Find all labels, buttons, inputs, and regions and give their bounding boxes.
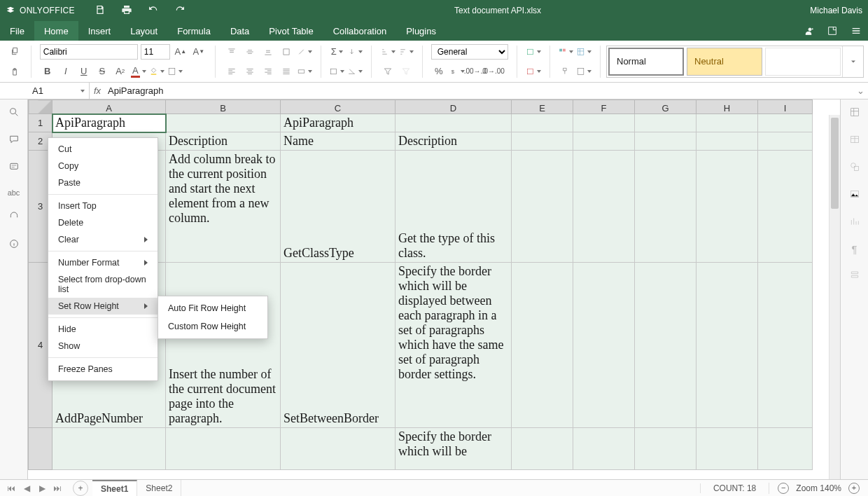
row-header[interactable] (29, 428, 52, 470)
cell-settings-icon[interactable] (849, 106, 860, 120)
select-all-corner[interactable] (29, 100, 52, 114)
cell[interactable] (512, 428, 573, 470)
menu-layout[interactable]: Layout (120, 21, 167, 41)
image-settings-icon[interactable] (849, 188, 860, 202)
cell[interactable] (573, 428, 635, 470)
cell[interactable] (635, 132, 696, 151)
strike-icon[interactable]: S (94, 64, 110, 79)
zoom-in-button[interactable]: + (848, 483, 860, 494)
ctx-insert-top[interactable]: Insert Top (48, 198, 158, 214)
chevron-down-icon[interactable] (80, 90, 85, 92)
cell[interactable] (573, 263, 635, 428)
cell[interactable]: SetBetweenBorder (281, 263, 396, 428)
sheet-tab[interactable]: Sheet1 (92, 480, 137, 497)
print-icon[interactable] (121, 4, 132, 18)
style-blank[interactable] (765, 48, 841, 76)
cell[interactable] (696, 151, 758, 263)
col-header[interactable]: I (758, 100, 813, 114)
insert-cells-icon[interactable] (526, 44, 541, 60)
align-top-icon[interactable] (224, 44, 239, 60)
align-left-icon[interactable] (224, 64, 239, 79)
sort-asc-icon[interactable] (380, 44, 396, 60)
vertical-scrollbar[interactable] (829, 115, 840, 479)
underline-icon[interactable]: U (76, 64, 92, 79)
open-location-icon[interactable] (820, 21, 844, 41)
cell[interactable] (635, 151, 696, 263)
cell[interactable] (758, 114, 813, 132)
sheet-next-icon[interactable]: ▶ (36, 483, 48, 493)
merge-icon[interactable] (297, 64, 312, 79)
style-neutral[interactable]: Neutral (687, 48, 762, 76)
dec-dec-icon[interactable]: .00→.0 (468, 64, 483, 79)
cell[interactable] (166, 114, 281, 132)
cell[interactable]: Description (396, 132, 512, 151)
cell[interactable]: Specify the border which will be display… (396, 263, 512, 428)
spellcheck-icon[interactable]: abc (8, 188, 20, 197)
ctx-clear[interactable]: Clear (48, 231, 158, 248)
cell[interactable] (512, 114, 573, 132)
comments-icon[interactable] (8, 134, 20, 147)
sum-icon[interactable]: Σ (329, 44, 344, 60)
cell[interactable] (573, 114, 635, 132)
hamburger-icon[interactable] (844, 21, 868, 41)
cell[interactable] (758, 151, 813, 263)
sub-super-icon[interactable]: A2 (113, 64, 128, 79)
cell[interactable] (512, 263, 573, 428)
cell[interactable]: Get the type of this class. (396, 151, 512, 263)
cell[interactable] (573, 132, 635, 151)
align-center-icon[interactable] (242, 64, 258, 79)
delete-cells-icon[interactable] (526, 64, 541, 79)
font-inc-icon[interactable]: A▲ (173, 44, 188, 60)
menu-collab[interactable]: Collaboration (323, 21, 397, 41)
fill-down-icon[interactable] (347, 44, 363, 60)
inc-dec-icon[interactable]: .0→.00 (486, 64, 501, 79)
cell[interactable]: GetClassType (281, 151, 396, 263)
ctx-set-row-height[interactable]: Set Row Height (48, 298, 158, 315)
cell[interactable] (696, 114, 758, 132)
cell[interactable] (635, 114, 696, 132)
redo-icon[interactable] (174, 4, 186, 18)
sheet-first-icon[interactable]: ⏮ (6, 483, 17, 493)
cell[interactable]: ApiParagraph (52, 114, 166, 132)
row-header[interactable]: 1 (29, 114, 52, 132)
ctx-autofit-row[interactable]: Auto Fit Row Height (158, 299, 267, 317)
ctx-freeze[interactable]: Freeze Panes (48, 361, 158, 378)
ctx-select-ddl[interactable]: Select from drop-down list (48, 271, 158, 298)
menu-insert[interactable]: Insert (78, 21, 121, 41)
align-mid-icon[interactable] (242, 44, 258, 60)
borders-icon[interactable] (167, 64, 183, 79)
number-format-select[interactable]: General (431, 44, 508, 60)
font-color-icon[interactable]: A (131, 64, 146, 79)
cell-styles[interactable]: Normal Neutral (606, 46, 864, 78)
ctx-custom-row[interactable]: Custom Row Height (158, 317, 267, 336)
wrap-icon[interactable] (279, 44, 294, 60)
cell[interactable] (573, 151, 635, 263)
menu-pivot[interactable]: Pivot Table (259, 21, 323, 41)
ctx-cut[interactable]: Cut (48, 141, 158, 158)
cond-format-icon[interactable] (558, 44, 573, 60)
ctx-copy[interactable]: Copy (48, 158, 158, 174)
table-settings-icon[interactable] (849, 134, 860, 147)
cell[interactable] (696, 263, 758, 428)
menu-home[interactable]: Home (34, 21, 78, 41)
font-name-input[interactable] (40, 44, 138, 60)
sort-desc-icon[interactable] (398, 44, 414, 60)
clear-icon[interactable] (347, 64, 363, 79)
style-normal[interactable]: Normal (608, 48, 684, 76)
col-header[interactable]: B (166, 100, 281, 114)
format-painter-icon[interactable] (558, 64, 573, 79)
table-template-icon[interactable] (576, 64, 592, 79)
cell[interactable] (512, 151, 573, 263)
cell[interactable] (281, 428, 396, 470)
fill-color-icon[interactable] (149, 64, 164, 79)
italic-icon[interactable]: I (58, 64, 74, 79)
style-more-icon[interactable] (842, 46, 863, 77)
col-header[interactable]: A (52, 100, 166, 114)
cell[interactable] (696, 428, 758, 470)
chat-icon[interactable] (8, 161, 20, 174)
share-icon[interactable] (797, 21, 820, 41)
sheet-last-icon[interactable]: ⏭ (52, 483, 63, 493)
cell[interactable] (758, 428, 813, 470)
cell[interactable] (512, 132, 573, 151)
align-right-icon[interactable] (260, 64, 276, 79)
